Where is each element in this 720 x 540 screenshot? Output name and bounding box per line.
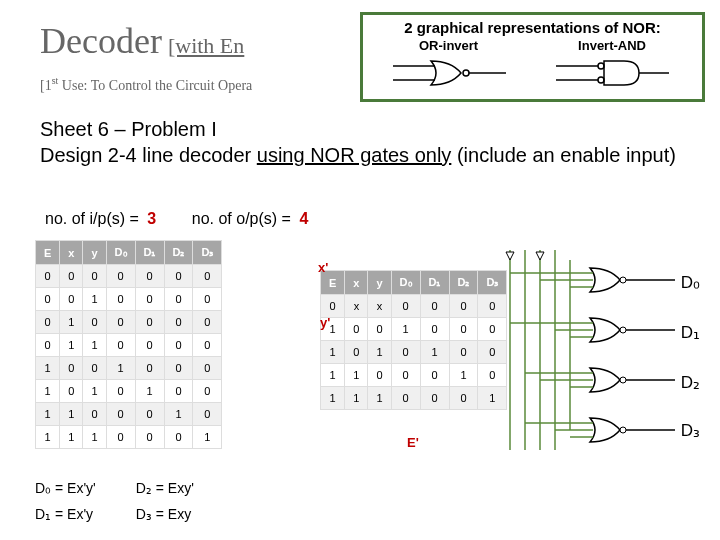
or-invert-gate-icon	[391, 55, 511, 91]
op-count-label: no. of o/p(s) =	[192, 210, 291, 227]
subtitle: [1st Use: To Control the Circuit Opera	[40, 75, 252, 94]
th: D₁	[135, 241, 164, 265]
subtitle-rest: Use: To Control the Circuit Opera	[58, 78, 252, 93]
design-underline: using NOR gates only	[257, 144, 452, 166]
eq-d2: D₂ = Exy'	[136, 480, 194, 496]
svg-point-21	[620, 327, 626, 333]
svg-point-4	[598, 63, 604, 69]
nor-box-title: 2 graphical representations of NOR:	[369, 19, 696, 36]
svg-point-31	[620, 427, 626, 433]
th: D₁	[420, 271, 449, 295]
truth-table-condensed: E x y D₀ D₁ D₂ D₃ 0xx0000 1001000 101010…	[320, 270, 507, 410]
th: E	[36, 241, 60, 265]
svg-marker-14	[506, 252, 514, 260]
th: y	[368, 271, 391, 295]
sheet-label: Sheet 6 – Problem I	[40, 118, 217, 141]
th: D₀	[106, 241, 135, 265]
output-d1-label: D₁	[681, 322, 700, 343]
th: D₂	[164, 241, 193, 265]
ip-count-value: 3	[147, 210, 156, 227]
eq-d3: D₃ = Exy	[136, 506, 194, 522]
th: D₃	[193, 241, 222, 265]
signal-x-prime: x'	[318, 260, 328, 275]
design-statement: Design 2-4 line decoder using NOR gates …	[40, 144, 690, 167]
io-counts: no. of i/p(s) = 3 no. of o/p(s) = 4	[45, 210, 308, 228]
svg-point-0	[463, 70, 469, 76]
invert-and-label: Invert-AND	[578, 38, 646, 53]
design-pre: Design 2-4 line decoder	[40, 144, 257, 166]
svg-point-26	[620, 377, 626, 383]
decoder-circuit-diagram	[490, 250, 680, 450]
op-count-value: 4	[299, 210, 308, 227]
page-title: Decoder	[40, 20, 162, 62]
design-post: (include an enable input)	[451, 144, 676, 166]
th: D₀	[391, 271, 420, 295]
output-d0-label: D₀	[681, 272, 700, 293]
nor-reference-box: 2 graphical representations of NOR: OR-i…	[360, 12, 705, 102]
th: y	[83, 241, 106, 265]
output-d2-label: D₂	[681, 372, 700, 393]
subtitle-prefix: [1	[40, 78, 52, 93]
eq-d0: D₀ = Ex'y'	[35, 480, 96, 496]
th: D₂	[449, 271, 478, 295]
th: x	[60, 241, 83, 265]
signal-e-prime: E'	[407, 435, 419, 450]
output-equations: D₀ = Ex'y' D₂ = Exy' D₁ = Ex'y D₃ = Exy	[35, 480, 194, 522]
svg-point-16	[620, 277, 626, 283]
output-d3-label: D₃	[681, 420, 700, 441]
page-title-sub: [with En	[168, 33, 244, 59]
ip-count-label: no. of i/p(s) =	[45, 210, 139, 227]
invert-and-gate-icon	[554, 55, 674, 91]
signal-y-prime: y'	[320, 315, 330, 330]
eq-d1: D₁ = Ex'y	[35, 506, 96, 522]
truth-table-full: E x y D₀ D₁ D₂ D₃ 0000000 0010000 010000…	[35, 240, 222, 449]
th: x	[345, 271, 368, 295]
or-invert-label: OR-invert	[419, 38, 478, 53]
svg-point-5	[598, 77, 604, 83]
svg-marker-15	[536, 252, 544, 260]
